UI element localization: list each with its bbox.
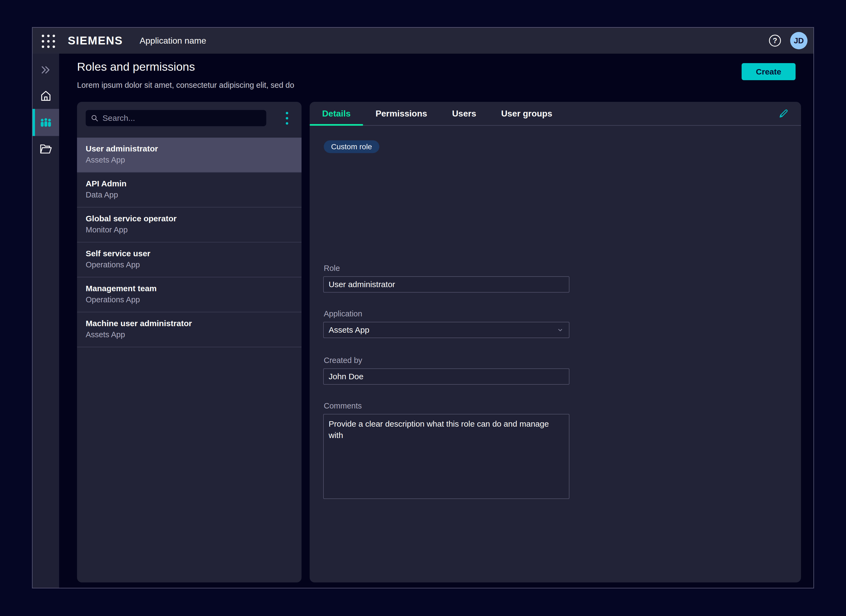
comments-textarea[interactable]: Provide a clear description what this ro… <box>323 414 569 499</box>
application-select-value: Assets App <box>329 325 369 334</box>
avatar[interactable]: JD <box>790 32 808 49</box>
role-detail-panel: Details Permissions Users User groups Cu… <box>310 102 801 582</box>
application-name: Application name <box>140 36 206 46</box>
role-app: Assets App <box>86 154 302 165</box>
search-input[interactable] <box>103 113 261 123</box>
kebab-menu-icon[interactable] <box>282 110 292 126</box>
create-button[interactable]: Create <box>742 63 796 80</box>
roles-list-panel: User administrator Assets App API Admin … <box>77 102 302 582</box>
role-name: API Admin <box>86 178 302 189</box>
application-select[interactable]: Assets App <box>323 322 569 338</box>
sidebar-item-home[interactable] <box>32 83 59 109</box>
sidebar-expand-button[interactable] <box>32 57 59 83</box>
role-list-item[interactable]: User administrator Assets App <box>77 138 302 173</box>
app-launcher-icon[interactable] <box>41 34 55 48</box>
role-app: Monitor App <box>86 224 302 235</box>
pencil-icon <box>778 108 789 119</box>
sidebar-item-users[interactable] <box>32 109 59 136</box>
chevrons-right-icon <box>40 65 52 75</box>
help-icon[interactable]: ? <box>769 35 781 47</box>
application-field-label: Application <box>324 309 362 318</box>
app-window: SIEMENS Application name ? JD <box>32 27 814 588</box>
app-header: SIEMENS Application name ? JD <box>32 28 814 54</box>
search-row <box>77 102 302 138</box>
siemens-logo: SIEMENS <box>68 34 123 47</box>
sidebar-item-projects[interactable] <box>32 136 59 162</box>
tab-permissions[interactable]: Permissions <box>363 102 440 125</box>
users-group-icon <box>39 116 53 129</box>
role-name: Machine user administrator <box>86 318 302 329</box>
home-icon <box>40 89 52 102</box>
page-title: Roles and permissions <box>77 60 195 73</box>
role-list-item[interactable]: API Admin Data App <box>77 173 302 207</box>
tab-details[interactable]: Details <box>310 102 363 125</box>
tab-users[interactable]: Users <box>440 102 488 125</box>
custom-role-badge: Custom role <box>324 140 380 153</box>
role-app: Assets App <box>86 329 302 340</box>
role-name: Management team <box>86 283 302 294</box>
role-app: Operations App <box>86 294 302 305</box>
role-list-item[interactable]: Management team Operations App <box>77 277 302 312</box>
tab-user-groups[interactable]: User groups <box>488 102 565 125</box>
search-box[interactable] <box>86 110 266 126</box>
comments-field-label: Comments <box>324 402 362 411</box>
role-app: Data App <box>86 189 302 200</box>
edit-role-button[interactable] <box>778 102 789 126</box>
role-name: User administrator <box>86 143 302 154</box>
folder-open-icon <box>39 143 52 155</box>
role-name: Global service operator <box>86 213 302 224</box>
created-by-field-label: Created by <box>324 356 362 365</box>
role-app: Operations App <box>86 259 302 270</box>
tabs-bar: Details Permissions Users User groups <box>310 102 801 126</box>
role-list-item[interactable]: Self service user Operations App <box>77 242 302 277</box>
role-field-input[interactable] <box>323 276 569 293</box>
role-name: Self service user <box>86 248 302 259</box>
page-subtitle: Lorem ipsum dolor sit amet, consectetur … <box>77 81 294 89</box>
role-list-item[interactable]: Machine user administrator Assets App <box>77 312 302 347</box>
role-field-label: Role <box>324 264 340 273</box>
chevron-down-icon <box>556 326 564 334</box>
created-by-field-input[interactable] <box>323 368 569 385</box>
search-icon <box>91 114 99 122</box>
sidebar <box>32 54 59 588</box>
role-list-item[interactable]: Global service operator Monitor App <box>77 207 302 242</box>
